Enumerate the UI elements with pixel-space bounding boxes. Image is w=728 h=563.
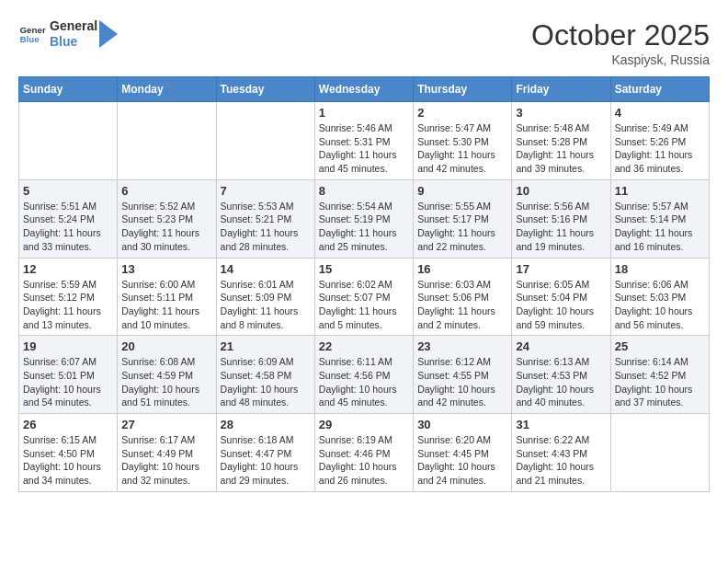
day-info: Sunrise: 5:52 AM Sunset: 5:23 PM Dayligh… (121, 200, 211, 254)
calendar-cell: 9Sunrise: 5:55 AM Sunset: 5:17 PM Daylig… (414, 179, 512, 258)
location: Kaspiysk, Russia (531, 52, 710, 67)
day-info: Sunrise: 5:51 AM Sunset: 5:24 PM Dayligh… (23, 200, 113, 254)
day-info: Sunrise: 5:56 AM Sunset: 5:16 PM Dayligh… (516, 200, 606, 254)
calendar-cell: 22Sunrise: 6:11 AM Sunset: 4:56 PM Dayli… (314, 336, 413, 414)
calendar-cell: 1Sunrise: 5:46 AM Sunset: 5:31 PM Daylig… (314, 102, 413, 180)
calendar-week-row: 12Sunrise: 5:59 AM Sunset: 5:12 PM Dayli… (19, 258, 710, 336)
calendar-cell: 23Sunrise: 6:12 AM Sunset: 4:55 PM Dayli… (414, 336, 512, 414)
calendar-cell: 24Sunrise: 6:13 AM Sunset: 4:53 PM Dayli… (512, 336, 610, 414)
logo-arrow-icon (99, 20, 118, 48)
day-number: 3 (516, 106, 606, 120)
svg-text:General: General (20, 24, 47, 34)
day-number: 15 (319, 262, 409, 276)
day-number: 7 (221, 184, 311, 198)
calendar-cell: 14Sunrise: 6:01 AM Sunset: 5:09 PM Dayli… (216, 258, 314, 336)
day-number: 9 (417, 184, 507, 198)
day-info: Sunrise: 6:12 AM Sunset: 4:55 PM Dayligh… (417, 355, 507, 409)
day-number: 24 (516, 339, 606, 353)
calendar-cell: 8Sunrise: 5:54 AM Sunset: 5:19 PM Daylig… (314, 179, 413, 258)
calendar-cell: 3Sunrise: 5:48 AM Sunset: 5:28 PM Daylig… (512, 102, 610, 180)
day-info: Sunrise: 6:08 AM Sunset: 4:59 PM Dayligh… (121, 355, 211, 409)
calendar-cell: 5Sunrise: 5:51 AM Sunset: 5:24 PM Daylig… (19, 179, 118, 258)
calendar-cell: 15Sunrise: 6:02 AM Sunset: 5:07 PM Dayli… (314, 258, 413, 336)
day-info: Sunrise: 5:48 AM Sunset: 5:28 PM Dayligh… (516, 121, 606, 176)
day-number: 20 (121, 339, 211, 353)
day-info: Sunrise: 6:22 AM Sunset: 4:43 PM Dayligh… (516, 433, 606, 488)
calendar-cell: 20Sunrise: 6:08 AM Sunset: 4:59 PM Dayli… (118, 336, 216, 414)
day-number: 16 (417, 262, 507, 276)
month-title: October 2025 (531, 18, 710, 52)
weekday-header: Wednesday (314, 77, 413, 102)
calendar-cell (610, 414, 709, 492)
weekday-header-row: SundayMondayTuesdayWednesdayThursdayFrid… (19, 77, 710, 102)
day-number: 11 (615, 184, 705, 198)
day-info: Sunrise: 5:57 AM Sunset: 5:14 PM Dayligh… (615, 200, 705, 254)
calendar-cell: 13Sunrise: 6:00 AM Sunset: 5:11 PM Dayli… (118, 258, 216, 336)
calendar-cell: 16Sunrise: 6:03 AM Sunset: 5:06 PM Dayli… (414, 258, 512, 336)
day-number: 6 (121, 184, 211, 198)
weekday-header: Saturday (610, 77, 709, 102)
day-number: 23 (417, 339, 507, 353)
logo-icon: General Blue (18, 20, 46, 48)
day-number: 2 (417, 106, 507, 120)
day-info: Sunrise: 6:00 AM Sunset: 5:11 PM Dayligh… (121, 278, 211, 332)
day-info: Sunrise: 5:53 AM Sunset: 5:21 PM Dayligh… (221, 200, 311, 254)
day-info: Sunrise: 6:03 AM Sunset: 5:06 PM Dayligh… (417, 278, 507, 332)
weekday-header: Monday (118, 77, 216, 102)
day-info: Sunrise: 5:55 AM Sunset: 5:17 PM Dayligh… (417, 200, 507, 254)
day-number: 13 (121, 262, 211, 276)
calendar-week-row: 1Sunrise: 5:46 AM Sunset: 5:31 PM Daylig… (19, 102, 710, 180)
day-info: Sunrise: 6:01 AM Sunset: 5:09 PM Dayligh… (221, 278, 311, 332)
day-number: 21 (221, 339, 311, 353)
calendar-cell: 26Sunrise: 6:15 AM Sunset: 4:50 PM Dayli… (19, 414, 118, 492)
day-number: 12 (23, 262, 113, 276)
day-info: Sunrise: 5:54 AM Sunset: 5:19 PM Dayligh… (319, 200, 409, 254)
calendar-week-row: 26Sunrise: 6:15 AM Sunset: 4:50 PM Dayli… (19, 414, 710, 492)
weekday-header: Thursday (414, 77, 512, 102)
day-number: 4 (615, 106, 705, 120)
calendar-cell: 6Sunrise: 5:52 AM Sunset: 5:23 PM Daylig… (118, 179, 216, 258)
day-info: Sunrise: 6:06 AM Sunset: 5:03 PM Dayligh… (615, 278, 705, 332)
calendar-cell: 11Sunrise: 5:57 AM Sunset: 5:14 PM Dayli… (610, 179, 709, 258)
day-number: 31 (516, 418, 606, 431)
day-info: Sunrise: 5:47 AM Sunset: 5:30 PM Dayligh… (417, 121, 507, 176)
day-info: Sunrise: 6:20 AM Sunset: 4:45 PM Dayligh… (417, 433, 507, 488)
calendar-cell: 31Sunrise: 6:22 AM Sunset: 4:43 PM Dayli… (512, 414, 610, 492)
day-info: Sunrise: 6:18 AM Sunset: 4:47 PM Dayligh… (221, 433, 311, 488)
logo: General Blue General Blue (18, 18, 118, 50)
day-number: 8 (319, 184, 409, 198)
calendar-cell (216, 102, 314, 180)
day-info: Sunrise: 6:11 AM Sunset: 4:56 PM Dayligh… (319, 355, 409, 409)
day-info: Sunrise: 6:15 AM Sunset: 4:50 PM Dayligh… (23, 433, 113, 488)
day-number: 19 (23, 339, 113, 353)
day-info: Sunrise: 6:14 AM Sunset: 4:52 PM Dayligh… (615, 355, 705, 409)
weekday-header: Friday (512, 77, 610, 102)
day-info: Sunrise: 6:02 AM Sunset: 5:07 PM Dayligh… (319, 278, 409, 332)
day-number: 17 (516, 262, 606, 276)
day-number: 26 (23, 418, 113, 431)
page-header: General Blue General Blue October 2025 K… (18, 18, 710, 67)
calendar-cell: 18Sunrise: 6:06 AM Sunset: 5:03 PM Dayli… (610, 258, 709, 336)
day-number: 28 (221, 418, 311, 431)
title-block: October 2025 Kaspiysk, Russia (531, 18, 710, 67)
day-info: Sunrise: 6:07 AM Sunset: 5:01 PM Dayligh… (23, 355, 113, 409)
day-info: Sunrise: 6:13 AM Sunset: 4:53 PM Dayligh… (516, 355, 606, 409)
calendar-cell: 28Sunrise: 6:18 AM Sunset: 4:47 PM Dayli… (216, 414, 314, 492)
calendar-table: SundayMondayTuesdayWednesdayThursdayFrid… (18, 76, 710, 492)
calendar-cell: 27Sunrise: 6:17 AM Sunset: 4:49 PM Dayli… (118, 414, 216, 492)
calendar-cell: 29Sunrise: 6:19 AM Sunset: 4:46 PM Dayli… (314, 414, 413, 492)
day-number: 18 (615, 262, 705, 276)
logo-line2: Blue (50, 34, 97, 50)
day-number: 10 (516, 184, 606, 198)
logo-line1: General (50, 18, 97, 34)
calendar-cell: 30Sunrise: 6:20 AM Sunset: 4:45 PM Dayli… (414, 414, 512, 492)
day-number: 5 (23, 184, 113, 198)
calendar-cell: 10Sunrise: 5:56 AM Sunset: 5:16 PM Dayli… (512, 179, 610, 258)
day-number: 25 (615, 339, 705, 353)
calendar-cell: 25Sunrise: 6:14 AM Sunset: 4:52 PM Dayli… (610, 336, 709, 414)
day-number: 22 (319, 339, 409, 353)
calendar-cell: 19Sunrise: 6:07 AM Sunset: 5:01 PM Dayli… (19, 336, 118, 414)
day-number: 29 (319, 418, 409, 431)
calendar-cell (118, 102, 216, 180)
weekday-header: Sunday (19, 77, 118, 102)
